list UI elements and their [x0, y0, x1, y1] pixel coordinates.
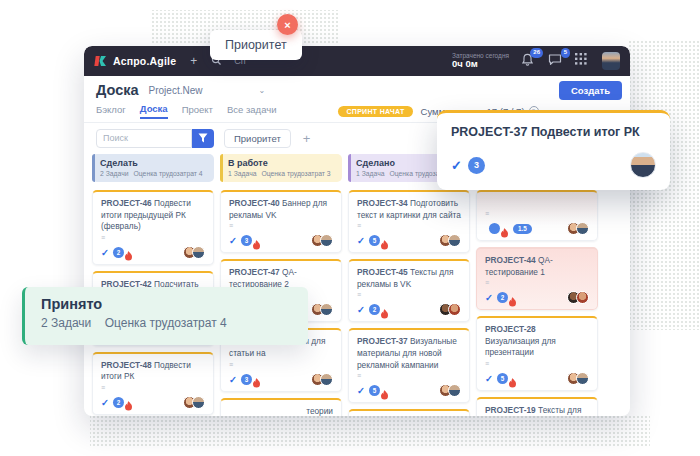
assignee-avatars [311, 303, 333, 316]
tab-all-tasks[interactable]: Все задачи [227, 104, 277, 118]
assignee-avatars [311, 373, 333, 386]
close-icon[interactable]: × [277, 14, 298, 35]
priority-filter-chip[interactable]: Приоритет [224, 129, 291, 148]
fire-icon [124, 247, 133, 257]
task-card[interactable]: PROJECT-44 QA-тестирование 1 ≡ ✓ 2 [476, 247, 598, 310]
task-card[interactable]: PROJECT-37 Визуальные материалы для ново… [348, 328, 470, 403]
add-filter-icon[interactable]: + [303, 131, 311, 146]
task-card[interactable]: PROJECT-48 Подвести итоги РК ≡ ✓ 2 [92, 352, 214, 415]
messages-badge: 5 [561, 48, 570, 57]
search-input[interactable] [96, 129, 192, 148]
task-card[interactable]: PROJECT-23 Итоги РК ≡ ✓ 5 [348, 409, 470, 416]
estimate-badge: 2 [113, 397, 124, 408]
task-title: теории [229, 406, 333, 416]
task-card[interactable]: ≡ 1.5 [476, 190, 598, 241]
task-card[interactable]: PROJECT-46 Подвести итоги предыдущей РК … [92, 190, 214, 265]
messages-button[interactable]: 5 [548, 53, 563, 68]
avatar [576, 222, 589, 235]
funnel-icon [198, 133, 208, 143]
accepted-subtitle: 2 Задачи Оценка трудозатрат 4 [41, 316, 292, 330]
description-icon: ≡ [101, 234, 205, 241]
plus-icon[interactable]: + [190, 55, 197, 67]
description-icon: ≡ [485, 360, 589, 367]
fire-icon [124, 397, 133, 407]
project-selector[interactable]: Project.New [149, 85, 203, 96]
check-icon: ✓ [101, 397, 109, 408]
check-icon: ✓ [357, 385, 365, 396]
accepted-column-overlay[interactable]: Принято 2 Задачи Оценка трудозатрат 4 [22, 287, 308, 345]
apps-grid-button[interactable] [575, 53, 590, 68]
description-icon: ≡ [229, 222, 333, 229]
estimate-badge: 3 [241, 374, 252, 385]
estimate-badge: 2 [497, 292, 508, 303]
assignee-avatars [439, 384, 461, 397]
task-card[interactable]: PROJECT-45 Тексты для рекламы в VK ≡ ✓ 2 [348, 259, 470, 322]
task-popup-card[interactable]: PROJECT-37 Подвести итог РК ✓ 3 [437, 110, 670, 190]
description-icon: ≡ [357, 291, 461, 298]
create-button[interactable]: Создать [559, 81, 622, 100]
column-title: В работе [228, 158, 335, 168]
notifications-badge: 26 [530, 48, 543, 57]
check-icon: ✓ [229, 235, 237, 246]
assignee-avatars [567, 372, 589, 385]
task-title [485, 198, 589, 209]
speckle-texture [90, 414, 650, 448]
fire-icon [508, 374, 517, 384]
avatar [192, 246, 205, 259]
board-column: Сделано1 ЗадачаОценка трудозатрат PROJEC… [348, 154, 470, 416]
task-card[interactable]: PROJECT-28 Визуализация для презентации … [476, 316, 598, 391]
task-card[interactable]: PROJECT-40 Баннер для рекламы VK ≡ ✓ 3 [220, 190, 342, 253]
estimate-badge: 2 [369, 304, 380, 315]
task-card[interactable]: теории ≡ ✓ 3 [220, 398, 342, 416]
estimate-badge: 5 [369, 385, 380, 396]
notifications-button[interactable]: 26 [521, 53, 536, 68]
user-avatar[interactable] [602, 52, 620, 70]
fire-icon [252, 374, 261, 384]
avatar [192, 396, 205, 409]
description-icon: ≡ [101, 384, 205, 391]
fire-icon [380, 236, 389, 246]
brand[interactable]: Аспро.Agile [94, 54, 176, 68]
filter-button[interactable] [192, 129, 214, 148]
avatar [320, 373, 333, 386]
check-icon: ✓ [229, 374, 237, 385]
column-title: Сделать [100, 158, 207, 168]
column-accent-bar [220, 154, 223, 182]
description-icon: ≡ [357, 222, 461, 229]
task-card[interactable]: PROJECT-34 Подготовить текст и картинки … [348, 190, 470, 253]
tab-backlog[interactable]: Бэклог [96, 104, 126, 118]
avatar [320, 303, 333, 316]
task-title: PROJECT-34 Подготовить текст и картинки … [357, 198, 461, 221]
column-subtitle: 1 ЗадачаОценка трудозатрат 3 [228, 170, 335, 177]
logo-icon [94, 54, 108, 68]
check-icon: ✓ [357, 235, 365, 246]
project-name: Project.New [149, 85, 203, 96]
check-icon: ✓ [485, 373, 493, 384]
task-title: PROJECT-45 Тексты для рекламы в VK [357, 267, 461, 290]
fire-icon [500, 224, 509, 234]
top-navbar: Аспро.Agile + Сп Затрачено сегодня 0ч 0м… [84, 46, 630, 76]
tab-project[interactable]: Проект [182, 104, 213, 118]
assignee-avatars [311, 234, 333, 247]
description-icon: ≡ [229, 361, 333, 368]
column-header[interactable]: В работе1 ЗадачаОценка трудозатрат 3 [220, 154, 342, 182]
assignee-avatars [183, 246, 205, 259]
chevron-down-icon[interactable]: ⌄ [258, 86, 265, 95]
estimate-badge: 5 [369, 235, 380, 246]
sprint-status-badge: СПРИНТ НАЧАТ [338, 106, 412, 117]
board-column: Сделать2 ЗадачиОценка трудозатрат 4 PROJ… [92, 154, 214, 416]
task-title: PROJECT-28 Визуализация для презентации [485, 324, 589, 359]
tab-board[interactable]: Доска [140, 103, 168, 119]
fire-icon [252, 236, 261, 246]
task-title: PROJECT-19 Тексты для рекламы VK [485, 405, 589, 416]
column-subtitle: 2 ЗадачиОценка трудозатрат 4 [100, 170, 207, 177]
column-header[interactable]: Сделать2 ЗадачиОценка трудозатрат 4 [92, 154, 214, 182]
avatar [320, 234, 333, 247]
task-title: PROJECT-46 Подвести итоги предыдущей РК … [101, 198, 205, 233]
task-card[interactable]: PROJECT-19 Тексты для рекламы VK ≡ ✓ 5 [476, 397, 598, 416]
description-icon: ≡ [485, 210, 589, 217]
avatar [576, 372, 589, 385]
task-title: PROJECT-48 Подвести итоги РК [101, 360, 205, 383]
popup-task-title: PROJECT-37 Подвести итог РК [451, 125, 656, 139]
time-tracker: Затрачено сегодня 0ч 0м [452, 52, 509, 70]
